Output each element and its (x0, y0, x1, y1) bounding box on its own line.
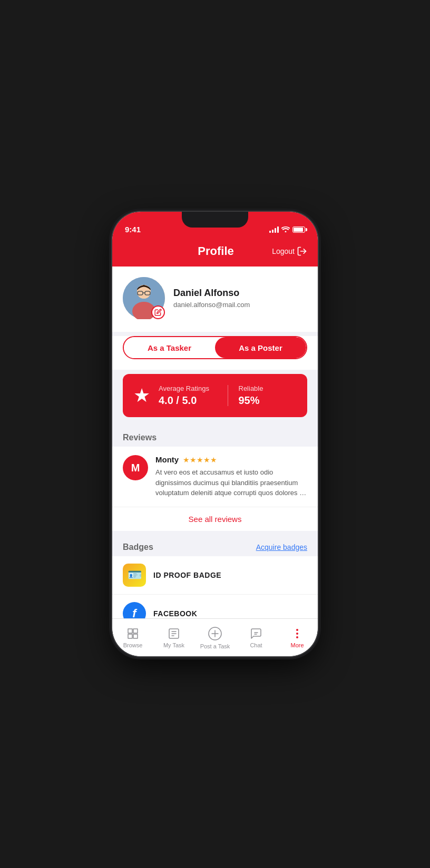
post-task-icon (208, 626, 222, 641)
review-header: Monty ★★★★★ (155, 455, 307, 464)
nav-more[interactable]: More (277, 623, 318, 648)
facebook-badge-icon: f (123, 602, 146, 620)
reliable-value: 95% (239, 394, 297, 407)
signal-icon (269, 226, 279, 233)
svg-point-21 (296, 629, 298, 631)
my-task-label: My Task (163, 642, 184, 648)
average-ratings: Average Ratings 4.0 / 5.0 (159, 384, 217, 407)
battery-icon (292, 226, 305, 233)
svg-rect-8 (128, 629, 132, 633)
post-task-label: Post a Task (200, 643, 230, 649)
acquire-badges-button[interactable]: Acquire badges (256, 543, 307, 551)
review-stars: ★★★★★ (183, 456, 217, 464)
facebook-badge-label: FACEBOOK (153, 609, 197, 618)
profile-name: Daniel Alfonso (173, 288, 307, 299)
reviews-section-header: Reviews (112, 426, 318, 447)
nav-my-task[interactable]: My Task (153, 623, 194, 648)
average-value: 4.0 / 5.0 (159, 394, 217, 407)
nav-browse[interactable]: Browse (112, 623, 153, 648)
average-label: Average Ratings (159, 384, 217, 392)
svg-rect-11 (133, 634, 138, 638)
reviews-title: Reviews (123, 433, 157, 442)
more-label: More (290, 642, 304, 648)
more-icon (291, 627, 304, 640)
page-title: Profile (160, 244, 272, 258)
badges-header: Badges Acquire badges (112, 535, 318, 556)
star-icon: ★ (133, 384, 150, 407)
see-all-reviews-button[interactable]: See all reviews (112, 507, 318, 531)
wifi-icon (281, 225, 290, 234)
badges-title: Badges (123, 542, 153, 552)
browse-label: Browse (123, 642, 143, 648)
svg-rect-10 (128, 634, 132, 638)
logout-button[interactable]: Logout (272, 246, 307, 257)
nav-chat[interactable]: Chat (236, 623, 277, 648)
reliable-label: Reliable (239, 384, 297, 392)
chat-icon (250, 627, 262, 640)
status-time: 9:41 (125, 225, 141, 234)
profile-section: Daniel Alfonso daniel.alfonso@mail.com (112, 267, 318, 332)
tasker-tab[interactable]: As a Tasker (124, 337, 215, 358)
id-proof-badge-icon: 🪪 (123, 564, 146, 587)
svg-point-22 (296, 633, 298, 635)
ratings-card: ★ Average Ratings 4.0 / 5.0 Reliable 95% (123, 374, 307, 417)
badge-item-facebook: f FACEBOOK (112, 595, 318, 620)
ratings-divider (228, 385, 228, 406)
avatar-container (123, 277, 165, 319)
profile-info: Daniel Alfonso daniel.alfonso@mail.com (173, 288, 307, 309)
reviewer-avatar: M (123, 455, 148, 480)
badges-section: Badges Acquire badges 🪪 ID PROOF BADGE f… (112, 535, 318, 620)
profile-email: daniel.alfonso@mail.com (173, 301, 307, 309)
my-task-icon (168, 627, 180, 640)
logout-label: Logout (272, 247, 295, 255)
browse-icon (126, 627, 139, 640)
reliable-rating: Reliable 95% (239, 384, 297, 407)
review-text: At vero eos et accusamus et iusto odio d… (155, 467, 307, 498)
review-content: Monty ★★★★★ At vero eos et accusamus et … (155, 455, 307, 498)
svg-point-23 (296, 636, 298, 638)
id-proof-badge-label: ID PROOF BADGE (153, 571, 221, 579)
edit-avatar-button[interactable] (151, 305, 165, 319)
main-content: Daniel Alfonso daniel.alfonso@mail.com A… (112, 267, 318, 619)
status-icons (269, 225, 305, 234)
nav-post-task[interactable]: Post a Task (194, 622, 236, 649)
reviewer-name: Monty (155, 455, 179, 464)
header: Profile Logout (112, 238, 318, 267)
poster-tab[interactable]: As a Poster (215, 337, 306, 358)
bottom-navigation: Browse My Task Post a Task (112, 618, 318, 656)
review-card: M Monty ★★★★★ At vero eos et accusamus e… (112, 447, 318, 507)
chat-label: Chat (250, 642, 262, 648)
svg-rect-9 (133, 629, 138, 633)
badge-item-id: 🪪 ID PROOF BADGE (112, 556, 318, 595)
role-toggle: As a Tasker As a Poster (112, 336, 318, 370)
